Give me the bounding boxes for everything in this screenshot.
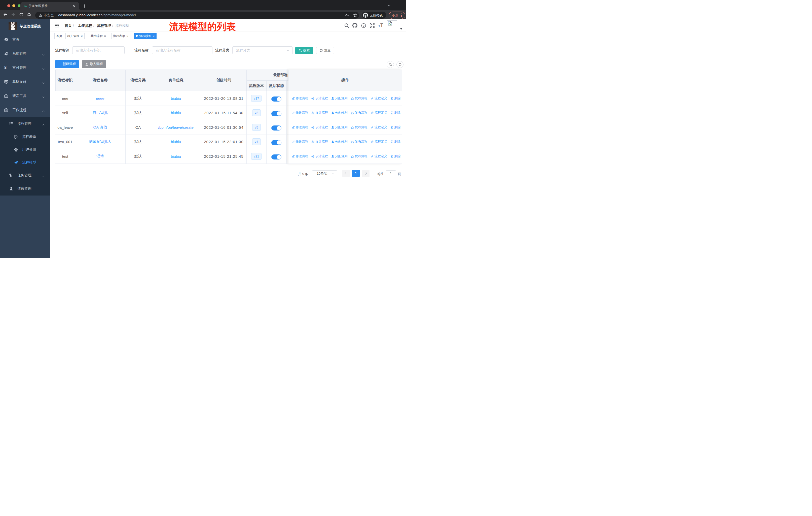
svg-text:?: ? — [363, 24, 365, 27]
